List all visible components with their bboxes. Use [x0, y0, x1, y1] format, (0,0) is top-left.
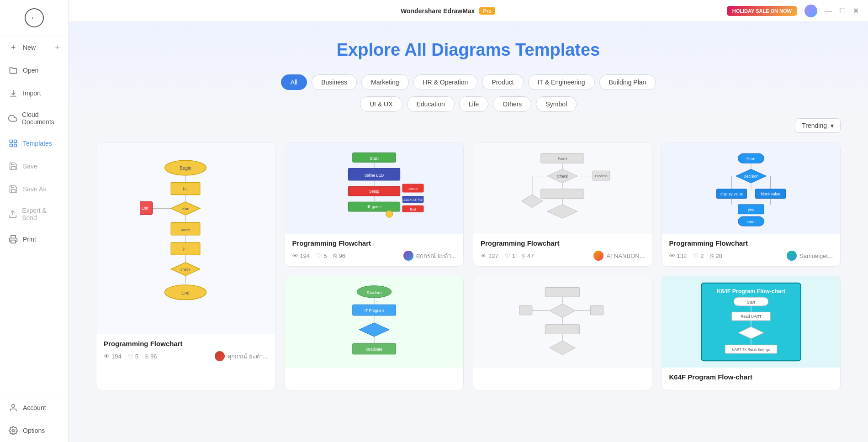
sort-dropdown[interactable]: Trending ▾: [795, 118, 841, 133]
template-card-6[interactable]: [473, 276, 652, 390]
author-3: AFNANBON...: [593, 251, 644, 261]
likes-1: ♡ 5: [128, 353, 138, 360]
template-grid: Begin i=1 i<=n s=s+i i++: [96, 142, 841, 390]
filter-marketing[interactable]: Marketing: [361, 74, 408, 90]
svg-rect-98: [545, 325, 580, 334]
sidebar-label-save: Save: [23, 163, 37, 170]
sidebar-item-new[interactable]: + New +: [0, 36, 68, 59]
svg-text:Start: Start: [747, 300, 756, 305]
filter-life[interactable]: Life: [459, 96, 489, 112]
svg-rect-94: [545, 287, 580, 297]
pro-badge: Pro: [479, 7, 495, 15]
copy-icon-4: ⎘: [710, 253, 714, 259]
titlebar-center: Wondershare EdrawMax Pro: [401, 7, 495, 15]
app-title: Wondershare EdrawMax: [401, 7, 475, 15]
filter-business[interactable]: Business: [312, 74, 357, 90]
eye-icon-1: 👁: [104, 353, 110, 360]
svg-rect-5: [11, 240, 16, 243]
svg-marker-90: [359, 323, 389, 337]
card-title-2: Programming Flowchart: [292, 239, 456, 247]
back-button[interactable]: ←: [25, 8, 44, 27]
import-icon: [8, 88, 18, 98]
sidebar-item-save[interactable]: Save: [0, 155, 68, 178]
copies-3: ⎘ 47: [522, 253, 534, 259]
print-icon: [8, 234, 18, 244]
svg-text:Start: Start: [558, 156, 567, 161]
filter-uiux[interactable]: UI & UX: [360, 96, 402, 112]
svg-rect-102: [519, 305, 532, 315]
svg-text:yes: yes: [748, 207, 754, 212]
sidebar-label-export: Export & Send: [22, 207, 60, 221]
sidebar-label-options: Options: [23, 427, 45, 434]
sort-label: Trending: [802, 122, 827, 129]
svg-text:Start: Start: [370, 156, 379, 161]
svg-text:Check: Check: [557, 174, 568, 179]
svg-text:Process: Process: [595, 174, 608, 178]
cloud-icon: [8, 113, 17, 123]
card-info-7: K64F Program Flow-chart: [662, 368, 841, 390]
svg-text:display value: display value: [720, 192, 743, 196]
svg-marker-96: [550, 304, 576, 317]
content-area: Explore All Diagrams Templates All Busin…: [69, 22, 868, 442]
card-info-1: Programming Flowchart 👁 194 ♡ 5 ⎘ 96: [96, 334, 275, 367]
filter-hr[interactable]: HR & Operation: [413, 74, 478, 90]
user-avatar[interactable]: [804, 5, 817, 17]
template-card-4[interactable]: Start Decision display value block value: [662, 142, 841, 267]
export-icon: [8, 209, 17, 219]
minimize-icon[interactable]: —: [825, 7, 832, 15]
sidebar-item-export[interactable]: Export & Send: [0, 200, 68, 228]
heart-icon-4: ♡: [693, 253, 699, 259]
template-card-7[interactable]: K64F Program Flow-chart Start Read UART …: [662, 276, 841, 390]
maximize-icon[interactable]: ☐: [839, 6, 846, 15]
sidebar-label-cloud: Cloud Documents: [22, 111, 60, 126]
filter-product[interactable]: Product: [482, 74, 523, 90]
heart-icon-1: ♡: [128, 353, 133, 360]
filter-row-1: All Business Marketing HR & Operation Pr…: [96, 74, 841, 90]
filter-all[interactable]: All: [281, 74, 307, 90]
filter-symbol[interactable]: Symbol: [536, 96, 577, 112]
svg-text:i=1: i=1: [183, 187, 189, 191]
filter-others[interactable]: Others: [493, 96, 531, 112]
template-card-1[interactable]: Begin i=1 i<=n s=s+i i++: [96, 142, 275, 390]
svg-text:IT Program: IT Program: [365, 308, 384, 313]
sidebar-item-import[interactable]: Import: [0, 82, 68, 105]
back-button-area: ←: [0, 0, 68, 36]
svg-point-48: [386, 210, 392, 217]
new-plus-icon: +: [55, 43, 60, 53]
save-icon: [8, 161, 18, 171]
sidebar-item-print[interactable]: Print: [0, 228, 68, 251]
svg-text:define LED: define LED: [365, 173, 384, 178]
svg-text:Student: Student: [366, 290, 381, 295]
filter-building[interactable]: Building Plan: [599, 74, 656, 90]
sidebar-item-account[interactable]: Account: [0, 396, 68, 419]
sidebar-item-options[interactable]: Options: [0, 419, 68, 442]
template-card-3[interactable]: Start Check Process: [473, 142, 652, 267]
filter-row-2: UI & UX Education Life Others Symbol: [96, 96, 841, 112]
filter-education[interactable]: Education: [407, 96, 455, 112]
template-card-2[interactable]: Start define LED Setup dl_game Setup: [285, 142, 464, 267]
sidebar-item-templates[interactable]: Templates: [0, 132, 68, 155]
sidebar-label-open: Open: [23, 67, 38, 74]
sidebar-item-saveas[interactable]: Save As: [0, 178, 68, 200]
filter-it[interactable]: IT & Engineering: [528, 74, 595, 90]
svg-text:Read UART: Read UART: [741, 314, 762, 319]
template-card-5[interactable]: Student IT Program Graduate: [285, 276, 464, 390]
likes-2: ♡ 5: [316, 253, 327, 259]
svg-rect-2: [10, 144, 13, 147]
eye-icon-3: 👁: [481, 253, 487, 259]
sidebar-label-templates: Templates: [23, 140, 52, 147]
svg-text:s=s+i: s=s+i: [181, 228, 190, 232]
svg-rect-104: [591, 305, 603, 315]
titlebar-right: HOLIDAY SALE ON NOW — ☐ ✕: [727, 5, 859, 17]
sidebar-item-cloud[interactable]: Cloud Documents: [0, 105, 68, 132]
views-4: 👁 132: [669, 253, 687, 259]
sidebar: ← + New + Open Import Cloud Documents Te…: [0, 0, 69, 442]
sidebar-item-open[interactable]: Open: [0, 59, 68, 82]
holiday-sale-button[interactable]: HOLIDAY SALE ON NOW: [727, 6, 797, 16]
account-icon: [8, 403, 18, 413]
author-avatar-4: [787, 251, 797, 261]
open-icon: [8, 65, 18, 75]
card-info-5: [285, 368, 464, 379]
close-icon[interactable]: ✕: [853, 6, 859, 15]
svg-text:i<=n: i<=n: [182, 207, 189, 211]
